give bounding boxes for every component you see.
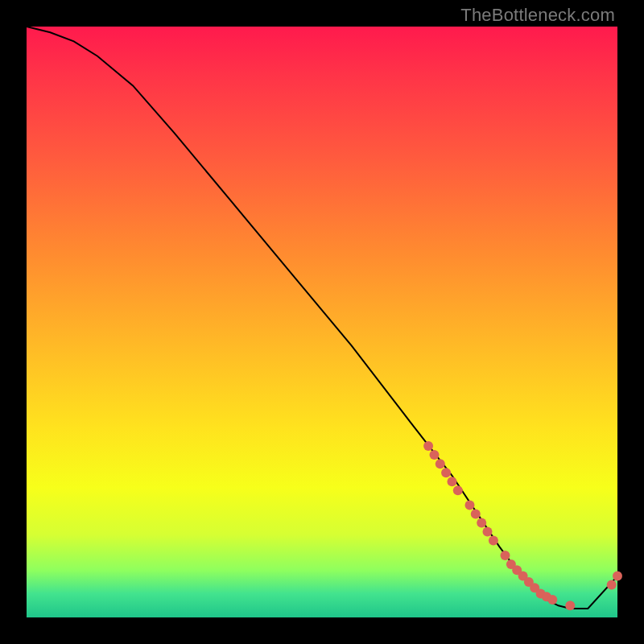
data-point xyxy=(547,595,557,605)
data-point xyxy=(565,601,575,610)
data-point xyxy=(448,477,457,486)
chart-frame: TheBottleneck.com xyxy=(0,0,644,644)
data-markers xyxy=(423,441,622,610)
data-point xyxy=(489,536,498,546)
plot-area xyxy=(27,27,617,617)
data-point xyxy=(453,485,463,495)
data-point xyxy=(613,572,622,581)
data-point xyxy=(465,501,475,510)
watermark-text: TheBottleneck.com xyxy=(460,5,615,26)
data-point xyxy=(441,468,451,477)
data-point xyxy=(501,551,510,560)
data-point xyxy=(423,441,433,451)
data-point xyxy=(471,510,481,519)
data-point xyxy=(607,580,617,590)
bottleneck-curve xyxy=(27,27,617,609)
data-point xyxy=(436,459,445,469)
data-point xyxy=(477,518,486,528)
data-point xyxy=(430,450,440,460)
curve-svg xyxy=(27,27,617,617)
data-point xyxy=(483,527,493,537)
